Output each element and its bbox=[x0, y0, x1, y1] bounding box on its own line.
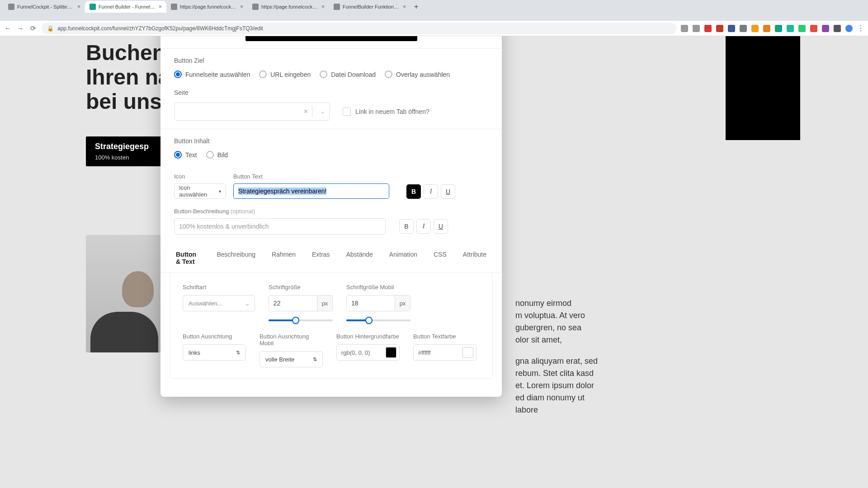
radio-overlay[interactable]: Overlay auswählen bbox=[385, 70, 450, 78]
browser-tab-active[interactable]: Funnel Builder - FunnelCockpit× bbox=[85, 1, 166, 13]
extension-icons: ⋮ bbox=[681, 24, 864, 33]
icon-select[interactable]: Icon auswählen ▾ bbox=[174, 183, 226, 199]
tab-button-text[interactable]: Button & Text bbox=[174, 244, 202, 272]
section-seite: Seite × ⌵ Link in neuem Tab öffnen? bbox=[160, 84, 502, 121]
align-mobile-select[interactable]: volle Breite ⇅ bbox=[259, 351, 323, 367]
tab-beschreibung[interactable]: Beschreibung bbox=[215, 244, 257, 272]
ext-icon[interactable] bbox=[845, 25, 853, 32]
description-input[interactable]: 100% kostenlos & unverbindlich bbox=[174, 218, 386, 235]
style-tabs: Button & Text Beschreibung Rahmen Extras… bbox=[160, 244, 502, 273]
close-icon[interactable]: × bbox=[403, 4, 406, 10]
underline-button[interactable]: U bbox=[434, 219, 448, 234]
label-seite: Seite bbox=[174, 89, 488, 96]
radio-datei[interactable]: Datei Download bbox=[320, 70, 376, 78]
forward-button[interactable]: → bbox=[16, 24, 24, 33]
chevron-down-icon: ⌵ bbox=[245, 300, 249, 307]
tab-extras[interactable]: Extras bbox=[310, 244, 332, 272]
lock-icon: 🔒 bbox=[47, 25, 54, 32]
tab-animation[interactable]: Animation bbox=[387, 244, 419, 272]
size-input[interactable]: 22 bbox=[269, 295, 317, 311]
select-icon: ⇅ bbox=[236, 350, 240, 356]
ext-icon[interactable] bbox=[716, 25, 723, 32]
label-icon: Icon bbox=[174, 173, 226, 180]
label-description: Button-Beschreibung (optional) bbox=[174, 208, 488, 215]
color-swatch[interactable] bbox=[462, 347, 473, 358]
fg-color-input[interactable]: #ffffff bbox=[413, 344, 476, 361]
tab-abstaende[interactable]: Abstände bbox=[344, 244, 375, 272]
bg-color-input[interactable]: rgb(0, 0, 0) bbox=[336, 344, 400, 361]
radio-text[interactable]: Text bbox=[174, 151, 197, 159]
checkbox-new-tab[interactable] bbox=[343, 108, 351, 116]
align-select[interactable]: links ⇅ bbox=[183, 344, 246, 361]
ext-icon[interactable] bbox=[810, 25, 817, 32]
chevron-down-icon: ⌵ bbox=[321, 108, 324, 115]
italic-button[interactable]: I bbox=[424, 184, 438, 199]
ext-icon[interactable] bbox=[751, 25, 759, 32]
button-text-input[interactable]: Strategiegespräch vereinbaren! bbox=[233, 183, 389, 199]
menu-icon[interactable]: ⋮ bbox=[857, 24, 864, 33]
close-icon[interactable]: × bbox=[159, 4, 162, 10]
browser-tab[interactable]: https://page.funnelcockpit.co× bbox=[248, 1, 329, 13]
ext-icon[interactable] bbox=[834, 25, 841, 32]
label-bg: Button Hintergrundfarbe bbox=[336, 333, 400, 340]
ext-icon[interactable] bbox=[728, 25, 735, 32]
ext-icon[interactable] bbox=[775, 25, 782, 32]
browser-chrome: FunnelCockpit - Splittests, Ma× Funnel B… bbox=[0, 0, 868, 21]
ext-icon[interactable] bbox=[787, 25, 794, 32]
seite-select[interactable]: × ⌵ bbox=[174, 103, 330, 121]
clear-icon[interactable]: × bbox=[304, 108, 308, 116]
reload-button[interactable]: ⟳ bbox=[29, 24, 37, 33]
ext-icon[interactable] bbox=[798, 25, 806, 32]
format-buttons: B I U bbox=[406, 184, 455, 199]
radio-bild[interactable]: Bild bbox=[206, 151, 228, 159]
person-image bbox=[86, 235, 165, 352]
address-bar: ← → ⟳ 🔒 app.funnelcockpit.com/funnel/zhY… bbox=[0, 21, 868, 36]
ext-icon[interactable] bbox=[763, 25, 770, 32]
ext-icon[interactable] bbox=[704, 25, 712, 32]
browser-tab[interactable]: FunnelCockpit - Splittests, Ma× bbox=[4, 1, 85, 13]
color-swatch[interactable] bbox=[386, 347, 396, 358]
back-button[interactable]: ← bbox=[4, 24, 12, 33]
close-icon[interactable]: × bbox=[77, 4, 80, 10]
close-icon[interactable]: × bbox=[321, 4, 325, 10]
close-icon[interactable]: × bbox=[240, 4, 243, 10]
chevron-down-icon: ▾ bbox=[219, 189, 221, 194]
label-schriftart: Schriftart bbox=[183, 284, 255, 291]
page-canvas: Buchen Si Ihren näch bei uns. W Strategi… bbox=[0, 36, 868, 488]
desc-format-buttons: B I U bbox=[399, 219, 448, 234]
size-slider[interactable] bbox=[269, 319, 333, 321]
bg-paragraph: nonumy eirmod m voluptua. At vero guberg… bbox=[515, 297, 606, 416]
bold-button[interactable]: B bbox=[406, 184, 421, 199]
italic-button[interactable]: I bbox=[416, 219, 431, 234]
bold-button[interactable]: B bbox=[399, 219, 414, 234]
label-fg: Button Textfarbe bbox=[413, 333, 476, 340]
ext-icon[interactable] bbox=[740, 25, 747, 32]
new-tab-button[interactable]: + bbox=[410, 1, 422, 13]
style-panel: Schriftart Auswählen... ⌵ Schriftgröße 2… bbox=[170, 272, 493, 379]
section-button-inhalt: Button Inhalt Text Bild bbox=[160, 129, 502, 159]
underline-button[interactable]: U bbox=[441, 184, 455, 199]
radio-url[interactable]: URL eingeben bbox=[259, 70, 311, 78]
browser-tab[interactable]: https://page.funnelcockpit.co× bbox=[166, 1, 248, 13]
ext-icon[interactable] bbox=[693, 25, 700, 32]
url-input[interactable]: 🔒 app.funnelcockpit.com/funnel/zhYZY7bGz… bbox=[42, 23, 676, 34]
label-align: Button Ausrichtung bbox=[183, 333, 246, 340]
section-icon-text: Icon Icon auswählen ▾ Button Text Strate… bbox=[160, 165, 502, 235]
radio-funnelseite[interactable]: Funnelseite auswählen bbox=[174, 70, 250, 78]
preview-mini-button: Strategiegesp 100% kosten bbox=[86, 136, 163, 166]
ext-icon[interactable] bbox=[822, 25, 829, 32]
label-size: Schriftgröße bbox=[269, 284, 333, 291]
schriftart-select[interactable]: Auswählen... ⌵ bbox=[183, 295, 255, 311]
label-size-mobile: Schriftgröße Mobil bbox=[346, 284, 410, 291]
tab-css[interactable]: CSS bbox=[432, 244, 448, 272]
label-button-inhalt: Button Inhalt bbox=[174, 137, 488, 145]
tab-attribute[interactable]: Attribute bbox=[461, 244, 488, 272]
size-mobile-input[interactable]: 18 bbox=[346, 295, 395, 311]
size-mobile-slider[interactable] bbox=[346, 319, 410, 321]
label-button-text: Button Text bbox=[233, 173, 389, 180]
tab-rahmen[interactable]: Rahmen bbox=[270, 244, 297, 272]
ext-icon[interactable] bbox=[681, 25, 688, 32]
label-new-tab: Link in neuem Tab öffnen? bbox=[355, 108, 429, 115]
browser-tab[interactable]: FunnelBuilder Funktionen & El× bbox=[329, 1, 410, 13]
video-placeholder bbox=[726, 36, 800, 140]
